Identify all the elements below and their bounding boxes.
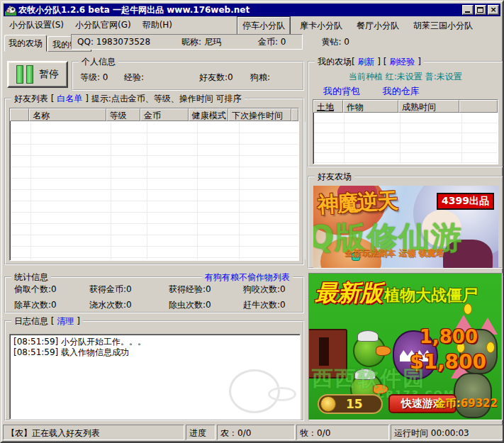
- close-icon: ×: [488, 6, 498, 14]
- col-name[interactable]: 名称: [29, 108, 106, 121]
- titlebar[interactable]: 农牧小分队1.2.6 beta 一起牛网出品 www.176web.net ×: [4, 4, 500, 16]
- personal-exp: 经验:: [124, 72, 144, 84]
- crop-table-header: 土地 作物 成熟时间: [313, 100, 498, 113]
- minimize-icon: [465, 11, 470, 13]
- col-crop[interactable]: 作物: [343, 100, 398, 113]
- hulai-sanguo-squad-button[interactable]: 胡莱三国小分队: [409, 18, 477, 34]
- no-steal-list-link[interactable]: 有狗有粮不偷作物列表: [202, 271, 293, 284]
- ad2-coin-count: 15: [346, 397, 363, 411]
- ad2-gold-label: 金币:: [435, 397, 461, 410]
- stat-gold-gained: 获得金币:0: [89, 284, 132, 296]
- status-task: 【农】正在载入好友列表: [3, 425, 184, 440]
- log-box: 日志信息 [ 清理 ] [08:51:59] 小分队开始工作。。。 [08:51…: [4, 320, 304, 421]
- log-clear-link[interactable]: 清理: [57, 316, 74, 326]
- friend-list-title: 好友列表 [ 白名单 ] 提示:点击金币、等级、操作时间 可排序: [11, 93, 245, 105]
- parking-squad-button[interactable]: 停车小分队: [237, 17, 290, 35]
- account-diamond: 黄钻: 0: [321, 36, 349, 48]
- stat-water-count: 浇水次数:0: [89, 299, 132, 311]
- moka-squad-button[interactable]: 摩卡小分队: [296, 18, 347, 34]
- close-button[interactable]: ×: [488, 5, 499, 15]
- personal-info-title: 个人信息: [79, 56, 118, 68]
- friend-table-body[interactable]: [11, 122, 298, 259]
- ad1-publisher-badge: 4399出品: [437, 193, 494, 210]
- tab-my-farm[interactable]: 我的农场: [4, 35, 47, 52]
- log-watermark: [229, 369, 280, 413]
- ad2-artwork-plant: [353, 335, 386, 367]
- account-info-panel: QQ: 1983073528 昵称: 尼玛 金币: 0 黄钻: 0: [71, 34, 303, 50]
- minimize-button[interactable]: [462, 5, 474, 15]
- col-mature-time[interactable]: 成熟时间: [398, 100, 459, 113]
- pause-button[interactable]: 暂停: [7, 61, 68, 88]
- menu-official-site[interactable]: 小分队官网(G): [69, 17, 137, 33]
- ad1-sub-text: 全新玩法副本 运镖 镇魔塔: [345, 247, 444, 259]
- account-gold: 金币: 0: [258, 36, 286, 48]
- ad2-title-game: 植物大战僵尸: [384, 286, 478, 304]
- stats-box: 统计信息 有狗有粮不偷作物列表 偷取个数:0 获得金币:0 获得经验:0 狗咬次…: [4, 276, 304, 313]
- my-farm-title-prefix: 我的农场[: [318, 57, 355, 67]
- my-farm-title: 我的农场[ 刷新 ] [ 刷经验 ]: [315, 56, 424, 68]
- friend-table-header: 名称 等级 金币 健康模式 下次操作时间: [10, 108, 298, 121]
- stat-cow-count: 赶牛次数:0: [243, 299, 286, 311]
- menu-help[interactable]: 帮助(H): [137, 17, 178, 33]
- friend-farm-box: 好友农场 神魔逆天 4399出品 Q版修仙游 全新玩法副本 运镖 镇魔塔: [308, 176, 503, 269]
- col-next-op-time[interactable]: 下次操作时间: [228, 108, 291, 121]
- ad2-title-latest: 最新版: [315, 279, 383, 306]
- col-check[interactable]: [10, 108, 29, 121]
- stat-dog-bites: 狗咬次数:0: [243, 284, 286, 296]
- col-land[interactable]: 土地: [313, 100, 343, 113]
- col-level[interactable]: 等级: [106, 108, 141, 121]
- ad-xiuxian-banner[interactable]: 神魔逆天 4399出品 Q版修仙游 全新玩法副本 运镖 镇魔塔: [313, 186, 498, 268]
- friend-list-title-suffix: ] 提示:点击金币、等级、操作时间 可排序: [85, 94, 241, 103]
- stats-title: 统计信息: [11, 271, 51, 284]
- stat-steal-count: 偷取个数:0: [14, 284, 57, 296]
- my-farm-links: 我的背包 我的仓库: [323, 85, 439, 98]
- status-runtime: 运行时间 00:00:03: [391, 425, 504, 440]
- status-farm-progress: 农：0/0: [217, 425, 295, 440]
- ad2-gold-value: 69322: [461, 397, 498, 410]
- status-ranch-progress: 牧：0/0: [296, 425, 389, 440]
- ad2-bottom-bar: 15 快速游戏 金币:69322: [309, 394, 502, 415]
- ad2-coin-counter: 15: [318, 394, 383, 414]
- crop-table-body[interactable]: [314, 113, 497, 163]
- refresh-link[interactable]: 刷新: [358, 57, 375, 67]
- log-output[interactable]: [08:51:59] 小分队开始工作。。。 [08:51:59] 载入作物信息成…: [9, 334, 301, 420]
- col-extra[interactable]: [291, 108, 298, 121]
- current-plant-status: 当前种植 红:未设置 普:未设置: [349, 71, 462, 83]
- warehouse-link[interactable]: 我的仓库: [383, 86, 420, 96]
- squad-buttons: 停车小分队 摩卡小分队 餐厅小分队 胡莱三国小分队: [237, 17, 477, 35]
- personal-info-box: 个人信息 等级: 0 经验: 好友数:0 狗粮:: [72, 61, 304, 91]
- restaurant-squad-button[interactable]: 餐厅小分队: [352, 18, 403, 34]
- statusbar: 【农】正在载入好友列表 进度 农：0/0 牧：0/0 运行时间 00:00:03: [3, 425, 501, 440]
- ad-pvz-banner[interactable]: 最新版植物大战僵尸 1,800 $1,800 西西软件园 CR173.COM 1…: [308, 273, 503, 420]
- account-qq: QQ: 1983073528: [77, 37, 150, 47]
- maximize-icon: [477, 7, 483, 13]
- stat-exp-gained: 获得经验:0: [169, 284, 211, 296]
- friend-table: 名称 等级 金币 健康模式 下次操作时间: [9, 108, 299, 261]
- personal-level: 等级: 0: [80, 72, 108, 84]
- menu-squad-settings[interactable]: 小分队设置(S): [4, 17, 69, 33]
- my-farm-title-sep: ] [: [377, 57, 386, 67]
- my-farm-title-suffix: ]: [418, 57, 421, 67]
- log-line: [08:51:59] 载入作物信息成功: [13, 347, 296, 358]
- status-progress-label: 进度: [186, 425, 215, 440]
- col-extra[interactable]: [459, 100, 498, 113]
- my-farm-box: 我的农场[ 刷新 ] [ 刷经验 ] 当前种植 红:未设置 普:未设置 我的背包…: [308, 61, 503, 167]
- window-title: 农牧小分队1.2.6 beta 一起牛网出品 www.176web.net: [18, 4, 250, 16]
- whitelist-link[interactable]: 白名单: [57, 94, 82, 103]
- account-nickname: 昵称: 尼玛: [181, 36, 221, 48]
- refresh-exp-link[interactable]: 刷经验: [389, 57, 415, 67]
- friend-list-title-prefix: 好友列表 [: [14, 94, 55, 103]
- col-gold[interactable]: 金币: [140, 108, 189, 121]
- ad2-artwork-coin: [486, 342, 495, 353]
- app-window: 农牧小分队1.2.6 beta 一起牛网出品 www.176web.net × …: [0, 0, 504, 443]
- maximize-button[interactable]: [475, 5, 486, 15]
- log-line: [08:51:59] 小分队开始工作。。。: [13, 337, 296, 347]
- ad2-price-top: 1,800: [420, 326, 478, 347]
- crop-table: 土地 作物 成熟时间: [313, 99, 498, 164]
- personal-dog-food: 狗粮:: [250, 72, 270, 84]
- backpack-link[interactable]: 我的背包: [323, 86, 360, 96]
- sunflower-coin-icon: [320, 396, 336, 412]
- pause-icon: [16, 65, 33, 84]
- col-health-mode[interactable]: 健康模式: [189, 108, 228, 121]
- pause-label: 暂停: [39, 68, 59, 81]
